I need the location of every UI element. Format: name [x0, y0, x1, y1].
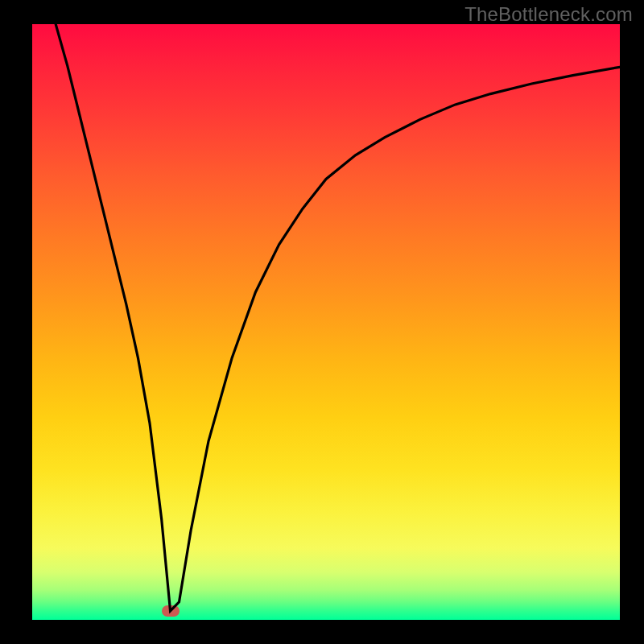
watermark-text: TheBottleneck.com	[464, 3, 633, 26]
bottleneck-curve	[32, 24, 620, 620]
chart-frame: TheBottleneck.com	[0, 0, 644, 644]
plot-area	[32, 24, 620, 620]
